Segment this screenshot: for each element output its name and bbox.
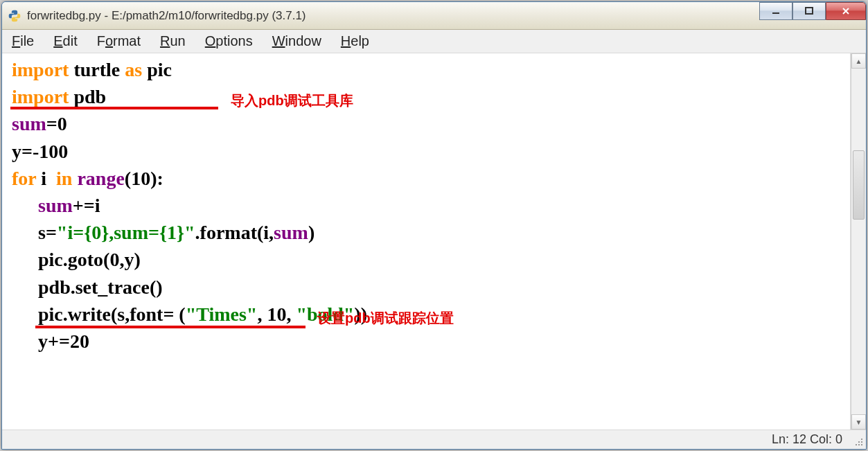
code-line: for i in range(10): (12, 165, 844, 192)
idle-window: forwritedbg.py - E:/pmath2/m10/forwrited… (1, 1, 867, 450)
menu-file[interactable]: File (12, 33, 34, 49)
code-line: sum=0 (12, 110, 844, 137)
code-line: pdb.set_trace() (12, 274, 844, 301)
menubar: File Edit Format Run Options Window Help (2, 30, 866, 53)
code-line: sum+=i (12, 192, 844, 219)
code-line: pic.goto(0,y) (12, 246, 844, 273)
menu-options[interactable]: Options (205, 33, 253, 49)
content-area: import turtle as pic import pdb sum=0 y=… (2, 53, 866, 430)
annotation-underline (10, 107, 218, 109)
svg-rect-5 (856, 444, 857, 445)
window-controls (759, 2, 866, 20)
titlebar: forwritedbg.py - E:/pmath2/m10/forwrited… (2, 2, 866, 30)
app-icon (8, 9, 21, 23)
menu-edit[interactable]: Edit (53, 33, 77, 49)
menu-format[interactable]: Format (97, 33, 141, 49)
svg-rect-3 (858, 441, 860, 443)
annotation-label: 设置pdb调试跟踪位置 (317, 308, 454, 328)
scroll-thumb[interactable] (853, 150, 865, 220)
vertical-scrollbar[interactable]: ▲ ▼ (851, 53, 866, 430)
code-line: import turtle as pic (12, 56, 844, 83)
minimize-button[interactable] (759, 2, 792, 20)
menu-help[interactable]: Help (341, 33, 369, 49)
annotation-underline (35, 326, 305, 328)
scroll-down-arrow-icon[interactable]: ▼ (851, 414, 866, 430)
svg-rect-6 (858, 444, 860, 445)
menu-run[interactable]: Run (160, 33, 186, 49)
code-line: y+=20 (12, 328, 844, 355)
svg-rect-4 (861, 441, 862, 443)
annotation-label: 导入pdb调试工具库 (231, 91, 353, 110)
resize-grip[interactable] (853, 436, 864, 447)
svg-rect-2 (861, 439, 862, 440)
window-title: forwritedbg.py - E:/pmath2/m10/forwrited… (27, 9, 860, 23)
cursor-position: Ln: 12 Col: 0 (772, 432, 842, 447)
code-editor[interactable]: import turtle as pic import pdb sum=0 y=… (2, 53, 851, 430)
code-line: y=-100 (12, 138, 844, 165)
scroll-up-arrow-icon[interactable]: ▲ (851, 53, 866, 69)
svg-rect-0 (772, 12, 779, 14)
svg-rect-7 (861, 444, 862, 445)
svg-rect-1 (806, 8, 813, 14)
maximize-button[interactable] (792, 2, 826, 20)
statusbar: Ln: 12 Col: 0 (2, 430, 866, 449)
code-line: s="i={0},sum={1}".format(i,sum) (12, 219, 844, 246)
close-button[interactable] (826, 2, 866, 20)
menu-window[interactable]: Window (272, 33, 321, 49)
